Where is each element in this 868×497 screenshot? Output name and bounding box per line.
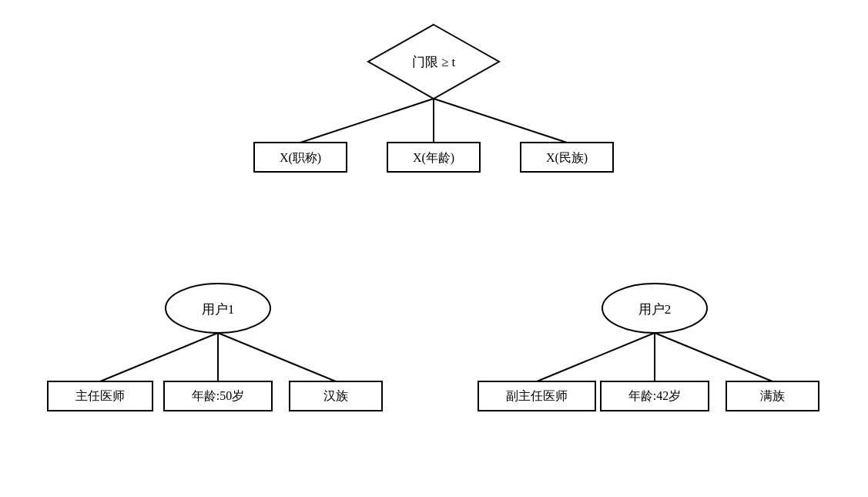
- diagram-container: 门限 ≥ t X(职称) X(年龄) X(民族) 用户1: [0, 0, 868, 497]
- user2-label: 用户2: [638, 302, 672, 317]
- line-u1-right: [218, 333, 336, 381]
- line-diamond-left: [300, 99, 434, 143]
- box-zhurenyishi-label: 主任医师: [75, 389, 125, 402]
- box-zhicheng-label: X(职称): [280, 151, 321, 165]
- user1-label: 用户1: [202, 302, 235, 317]
- diamond-label: 门限 ≥ t: [412, 55, 456, 69]
- box-age50-label: 年龄:50岁: [192, 389, 244, 402]
- line-u2-right: [655, 333, 772, 381]
- line-diamond-right: [434, 99, 567, 143]
- box-hanzu-label: 汉族: [323, 389, 348, 402]
- box-manzu-label: 满族: [760, 389, 785, 402]
- box-nianling-label: X(年龄): [413, 151, 454, 165]
- box-minzu-label: X(民族): [546, 151, 588, 165]
- box-age42-label: 年龄:42岁: [628, 389, 681, 402]
- box-fuzhurenyishi-label: 副主任医师: [506, 389, 568, 402]
- line-u1-left: [100, 333, 218, 381]
- line-u2-left: [537, 333, 655, 381]
